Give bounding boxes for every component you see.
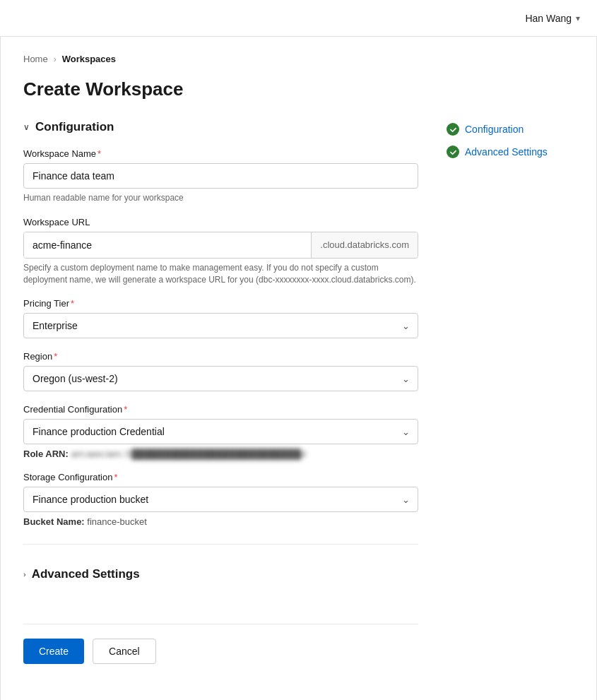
configuration-section-header[interactable]: ∨ Configuration bbox=[23, 120, 418, 134]
configuration-section-title: Configuration bbox=[35, 120, 114, 134]
pricing-tier-select[interactable]: Enterprise bbox=[23, 313, 418, 338]
advanced-settings-title: Advanced Settings bbox=[32, 567, 140, 581]
pricing-tier-group: Pricing Tier* Enterprise ⌄ bbox=[23, 298, 418, 338]
region-select-wrapper: Oregon (us-west-2) ⌄ bbox=[23, 366, 418, 391]
sidebar-nav: Configuration Advanced Settings bbox=[447, 120, 574, 664]
role-arn-info: Role ARN: arn:aws:iam::S████████████████… bbox=[23, 449, 418, 459]
region-label: Region* bbox=[23, 351, 418, 362]
create-button[interactable]: Create bbox=[23, 639, 84, 664]
pricing-tier-select-wrapper: Enterprise ⌄ bbox=[23, 313, 418, 338]
credential-config-select[interactable]: Finance production Credential bbox=[23, 419, 418, 444]
form-section: ∨ Configuration Workspace Name* Human re… bbox=[23, 120, 418, 664]
role-arn-label: Role ARN: bbox=[23, 449, 69, 459]
workspace-url-input[interactable] bbox=[24, 232, 311, 258]
workspace-name-group: Workspace Name* Human readable name for … bbox=[23, 148, 418, 204]
role-arn-value: arn:aws:iam::S██████████████████████████… bbox=[71, 449, 306, 459]
credential-config-label: Credential Configuration* bbox=[23, 404, 418, 415]
user-menu[interactable]: Han Wang ▾ bbox=[525, 13, 580, 24]
content-layout: ∨ Configuration Workspace Name* Human re… bbox=[23, 120, 574, 664]
storage-config-label: Storage Configuration* bbox=[23, 472, 418, 482]
breadcrumb-current: Workspaces bbox=[62, 54, 116, 64]
main-container: Home › Workspaces Create Workspace ∨ Con… bbox=[0, 37, 597, 700]
workspace-name-required: * bbox=[97, 148, 101, 159]
sidebar-configuration-label: Configuration bbox=[465, 124, 524, 135]
workspace-url-label: Workspace URL bbox=[23, 217, 418, 227]
workspace-url-suffix: .cloud.databricks.com bbox=[311, 232, 418, 258]
sidebar-nav-item-configuration[interactable]: Configuration bbox=[447, 123, 574, 136]
breadcrumb-home[interactable]: Home bbox=[23, 54, 48, 64]
advanced-settings-check-icon bbox=[447, 146, 459, 158]
cancel-button[interactable]: Cancel bbox=[93, 639, 156, 664]
workspace-name-label: Workspace Name* bbox=[23, 148, 418, 159]
credential-config-group: Credential Configuration* Finance produc… bbox=[23, 404, 418, 459]
bucket-name-label: Bucket Name: bbox=[23, 516, 85, 527]
sidebar-nav-item-advanced-settings[interactable]: Advanced Settings bbox=[447, 146, 574, 158]
storage-config-select-wrapper: Finance production bucket ⌄ bbox=[23, 487, 418, 512]
storage-config-group: Storage Configuration* Finance productio… bbox=[23, 472, 418, 527]
advanced-settings-chevron-icon: › bbox=[23, 570, 26, 579]
workspace-url-input-group: .cloud.databricks.com bbox=[23, 232, 418, 259]
workspace-url-helper: Specify a custom deployment name to make… bbox=[23, 262, 418, 286]
breadcrumb: Home › Workspaces bbox=[23, 54, 574, 64]
workspace-name-input[interactable] bbox=[23, 163, 418, 189]
bucket-name-info: Bucket Name: finance-bucket bbox=[23, 516, 418, 527]
user-menu-chevron-icon: ▾ bbox=[576, 13, 580, 23]
workspace-name-helper: Human readable name for your workspace bbox=[23, 192, 418, 204]
top-bar: Han Wang ▾ bbox=[0, 0, 597, 37]
user-name: Han Wang bbox=[525, 13, 572, 24]
bucket-name-value: finance-bucket bbox=[87, 516, 147, 527]
credential-config-select-wrapper: Finance production Credential ⌄ bbox=[23, 419, 418, 444]
storage-config-select[interactable]: Finance production bucket bbox=[23, 487, 418, 512]
page-title: Create Workspace bbox=[23, 78, 574, 100]
configuration-toggle-icon: ∨ bbox=[23, 122, 30, 132]
region-group: Region* Oregon (us-west-2) ⌄ bbox=[23, 351, 418, 391]
workspace-url-group: Workspace URL .cloud.databricks.com Spec… bbox=[23, 217, 418, 286]
region-select[interactable]: Oregon (us-west-2) bbox=[23, 366, 418, 391]
advanced-settings-section-header[interactable]: › Advanced Settings bbox=[23, 562, 418, 581]
pricing-tier-label: Pricing Tier* bbox=[23, 298, 418, 309]
footer-actions: Create Cancel bbox=[23, 624, 418, 664]
sidebar-advanced-settings-label: Advanced Settings bbox=[465, 146, 548, 158]
configuration-check-icon bbox=[447, 123, 459, 136]
section-divider bbox=[23, 544, 418, 545]
breadcrumb-separator: › bbox=[54, 54, 57, 64]
